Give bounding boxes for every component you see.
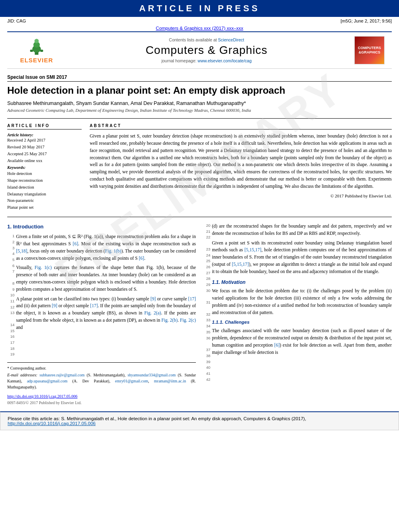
ref9-link-1[interactable]: [9] bbox=[150, 296, 156, 301]
available-online: Available online xxx bbox=[7, 158, 82, 163]
email-mraman[interactable]: mraman@iitm.ac.in bbox=[154, 379, 186, 383]
elsevier-text: ELSEVIER bbox=[20, 57, 53, 64]
ref9-link-2[interactable]: [9] bbox=[52, 303, 57, 308]
keyword-2: Shape reconstruction bbox=[7, 177, 82, 184]
email-adp[interactable]: adp.upasana@gmail.com bbox=[27, 379, 68, 383]
body-divider bbox=[7, 217, 392, 217]
fig2a-link[interactable]: Fig. 2(a) bbox=[144, 310, 161, 315]
email-emry[interactable]: emry01@gmail.com bbox=[115, 379, 148, 383]
keywords-label: Keywords: bbox=[7, 165, 82, 170]
ref6-link-3[interactable]: [6] bbox=[274, 343, 280, 347]
journal-link[interactable]: Computers & Graphics xxx (2017) xxx–xxx bbox=[156, 26, 243, 31]
keyword-5: Non-parametric bbox=[7, 197, 82, 204]
history-label: Article history: bbox=[7, 133, 82, 137]
doi-link[interactable]: http://dx.doi.org/10.1016/j.cag.2017.05.… bbox=[7, 394, 78, 398]
contents-available-line: Contents lists available at ScienceDirec… bbox=[59, 37, 354, 42]
subsection111-title: 1.1.1. Challenges bbox=[212, 319, 392, 326]
keyword-3: Island detection bbox=[7, 184, 82, 191]
abstract-column: ABSTRACT Given a planar point set S, out… bbox=[90, 123, 392, 211]
journal-title-center: Contents lists available at ScienceDirec… bbox=[59, 37, 354, 63]
svg-point-3 bbox=[35, 39, 39, 43]
cag-cover-image: COMPUTERS&GRAPHICS bbox=[354, 36, 385, 64]
journal-name: Computers & Graphics bbox=[59, 44, 354, 57]
citation-text: Please cite this article as: S. Methirum… bbox=[8, 416, 306, 421]
email-shyam[interactable]: shyamsundar334@gmail.com bbox=[128, 373, 175, 377]
fig1b-link[interactable]: Fig. 1(b) bbox=[105, 249, 121, 253]
abstract-heading: ABSTRACT bbox=[90, 123, 392, 129]
article-info-heading: ARTICLE INFO bbox=[7, 123, 82, 129]
article-title: Hole detection in a planar point set: An… bbox=[7, 84, 392, 97]
body-right-column: 202122 2324252627282930 31 3233343536 37… bbox=[203, 223, 392, 406]
fig1c-link[interactable]: Fig. 1(c) bbox=[35, 265, 51, 270]
ref518-link[interactable]: [5,18] bbox=[16, 249, 27, 253]
copyright-line: © 2017 Published by Elsevier Ltd. bbox=[90, 193, 392, 198]
ref17-link-2[interactable]: [17] bbox=[90, 303, 98, 308]
right-col-text: (d) are the reconstructed shapes for the… bbox=[212, 223, 392, 382]
accepted-date: Accepted 25 May 2017 bbox=[7, 152, 82, 156]
ref51517-link-2[interactable]: [5,15,17] bbox=[232, 262, 249, 267]
keyword-1: Hole detection bbox=[7, 170, 82, 177]
authors: Subhasree Methirumangalath, Shyam Sundar… bbox=[7, 101, 392, 106]
revised-date: Revised 20 May 2017 bbox=[7, 145, 82, 149]
citation-doi-link[interactable]: http://dx.doi.org/10.1016/j.cag.2017.05.… bbox=[8, 421, 96, 426]
journal-line: Computers & Graphics xxx (2017) xxx–xxx bbox=[0, 25, 399, 31]
corresponding-author-note: * Corresponding author. bbox=[7, 365, 196, 371]
left-col-text: Given a finite set of points, S ⊆ ℝ² (Fi… bbox=[16, 233, 196, 357]
main-content: PRELIMINARY Special Issue on SMI 2017 Ho… bbox=[0, 74, 399, 406]
top-meta: JID: CAG [m5G; June 2, 2017; 9:56] bbox=[0, 17, 399, 25]
abstract-text: Given a planar point set S, outer bounda… bbox=[90, 133, 392, 190]
fig2b-link[interactable]: Fig. 2(b) bbox=[161, 318, 177, 322]
subsection11-title: 1.1. Motivation bbox=[212, 279, 392, 286]
fig2c-link[interactable]: Fig. 2(c) bbox=[180, 318, 196, 322]
right-col-numbered: 202122 2324252627282930 31 3233343536 37… bbox=[203, 223, 392, 382]
homepage-url[interactable]: www.elsevier.com/locate/cag bbox=[197, 58, 251, 63]
section1-title: 1. Introduction bbox=[7, 223, 196, 231]
jid-label: JID: CAG bbox=[7, 18, 26, 23]
article-info-abstract-section: ARTICLE INFO Article history: Received 2… bbox=[7, 118, 392, 211]
line-numbers-left: 1234567 8910111213 141516171819 bbox=[7, 233, 16, 357]
left-col-numbered: 1234567 8910111213 141516171819 Given a … bbox=[7, 233, 196, 357]
received-date: Received 2 April 2017 bbox=[7, 138, 82, 142]
citation-bar: Please cite this article as: S. Methirum… bbox=[0, 411, 399, 430]
sciencedirect-link[interactable]: ScienceDirect bbox=[218, 37, 244, 42]
affiliation: Advanced Geometric Computing Lab, Depart… bbox=[7, 108, 392, 113]
body-content: 1. Introduction 1234567 8910111213 14151… bbox=[7, 223, 392, 406]
svg-rect-5 bbox=[40, 49, 43, 51]
issn-line: 0097-8493/© 2017 Published by Elsevier L… bbox=[7, 400, 196, 406]
keyword-4: Delaunay triangulation bbox=[7, 191, 82, 198]
journal-header: ELSEVIER Contents lists available at Sci… bbox=[7, 31, 392, 69]
meta-right: [m5G; June 2, 2017; 9:56] bbox=[341, 18, 392, 23]
ref6-link-2[interactable]: [6] bbox=[139, 256, 144, 261]
article-in-press-banner: ARTICLE IN PRESS bbox=[0, 0, 399, 17]
ref51517-link[interactable]: [5,15,17] bbox=[245, 247, 261, 252]
ref17-link-1[interactable]: [17] bbox=[188, 296, 196, 301]
body-left-column: 1. Introduction 1234567 8910111213 14151… bbox=[7, 223, 196, 406]
keyword-6: Planar point set bbox=[7, 204, 82, 211]
journal-homepage-line: journal homepage: www.elsevier.com/locat… bbox=[59, 58, 354, 63]
doi-line: http://dx.doi.org/10.1016/j.cag.2017.05.… bbox=[7, 393, 196, 400]
keywords-list: Hole detection Shape reconstruction Isla… bbox=[7, 170, 82, 211]
svg-rect-4 bbox=[30, 49, 33, 51]
footnote-area: * Corresponding author. E-mail addresses… bbox=[7, 362, 196, 406]
email-subhasree[interactable]: subhasree.rajiv@gmail.com bbox=[39, 373, 84, 377]
article-info-column: ARTICLE INFO Article history: Received 2… bbox=[7, 123, 82, 211]
elsevier-logo: ELSEVIER bbox=[14, 36, 59, 64]
elsevier-tree-icon bbox=[25, 37, 49, 55]
ref6-link-1[interactable]: [6] bbox=[73, 241, 78, 246]
line-numbers-right: 202122 2324252627282930 31 3233343536 37… bbox=[203, 223, 212, 382]
special-issue-label: Special Issue on SMI 2017 bbox=[7, 74, 392, 82]
email-addresses-note: E-mail addresses: subhasree.rajiv@gmail.… bbox=[7, 372, 196, 390]
